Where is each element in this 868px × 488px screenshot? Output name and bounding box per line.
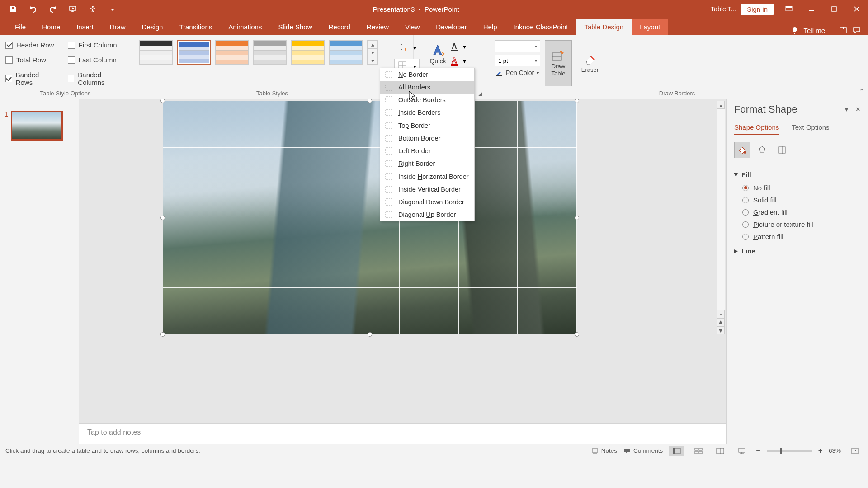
size-properties-icon[interactable]	[774, 142, 790, 158]
pen-weight-combo[interactable]: 1 pt▾	[495, 55, 540, 66]
tab-help[interactable]: Help	[475, 19, 505, 35]
close-pane-icon[interactable]: ✕	[855, 106, 861, 113]
fill-radio-option[interactable]: Picture or texture fill	[742, 221, 861, 228]
minimize-icon[interactable]	[800, 0, 823, 18]
fill-radio-option[interactable]: No fill	[742, 184, 861, 192]
style-swatch[interactable]	[139, 40, 173, 65]
slideshow-from-beginning-icon[interactable]	[65, 1, 80, 17]
menu-item-border[interactable]: No Border	[380, 68, 474, 81]
notes-pane[interactable]: Tap to add notes	[79, 423, 726, 444]
tab-developer[interactable]: Developer	[428, 19, 475, 35]
reading-view-icon[interactable]	[712, 446, 728, 456]
fill-radio-option[interactable]: Pattern fill	[742, 233, 861, 240]
fit-to-window-icon[interactable]	[847, 446, 863, 456]
effects-icon[interactable]	[754, 142, 770, 158]
comments-icon[interactable]	[852, 26, 861, 35]
tab-design[interactable]: Design	[134, 19, 171, 35]
tab-record[interactable]: Record	[320, 19, 358, 35]
tab-layout[interactable]: Layout	[632, 19, 668, 35]
menu-item-border[interactable]: All Borders	[380, 81, 474, 94]
selection-handle[interactable]	[575, 99, 579, 103]
zoom-slider[interactable]	[767, 450, 812, 452]
customize-qat-icon[interactable]	[105, 1, 120, 17]
pen-style-combo[interactable]: ▾	[495, 40, 540, 52]
tab-insert[interactable]: Insert	[68, 19, 102, 35]
comments-toggle-button[interactable]: Comments	[623, 447, 663, 454]
selected-table[interactable]	[163, 101, 577, 334]
maximize-icon[interactable]	[823, 0, 845, 18]
sign-in-button[interactable]: Sign in	[741, 4, 774, 15]
menu-item-border[interactable]: Right Border	[380, 157, 474, 170]
scroll-down-icon[interactable]: ▾	[717, 310, 725, 318]
collapse-ribbon-icon[interactable]: ⌃	[859, 88, 864, 95]
share-icon[interactable]	[839, 26, 848, 35]
style-swatch[interactable]	[253, 40, 287, 65]
save-icon[interactable]	[5, 1, 21, 17]
chk-first-column[interactable]: First Column	[68, 41, 125, 49]
scroll-up-icon[interactable]: ▴	[717, 101, 725, 109]
undo-icon[interactable]	[25, 1, 41, 17]
style-swatch[interactable]	[329, 40, 363, 65]
normal-view-icon[interactable]	[669, 446, 684, 456]
chk-banded-rows[interactable]: Banded Rows	[5, 71, 54, 86]
fill-radio-option[interactable]: Solid fill	[742, 196, 861, 204]
zoom-in-button[interactable]: +	[818, 447, 822, 455]
tab-text-options[interactable]: Text Options	[792, 123, 829, 135]
dialog-launcher-icon[interactable]: ◢	[478, 91, 482, 97]
fill-section-header[interactable]: ▾Fill	[734, 170, 861, 178]
table-styles-gallery[interactable]: ▴▾▾	[137, 38, 381, 66]
pane-options-icon[interactable]: ▾	[845, 106, 848, 113]
menu-item-border[interactable]: Inside Vertical Border	[380, 183, 474, 196]
selection-handle[interactable]	[160, 332, 165, 337]
zoom-out-button[interactable]: −	[756, 447, 760, 455]
tab-review[interactable]: Review	[359, 19, 397, 35]
menu-item-border[interactable]: Outside Borders	[380, 94, 474, 106]
selection-handle[interactable]	[368, 99, 372, 103]
selection-handle[interactable]	[160, 216, 165, 220]
quick-styles-button[interactable]: Quick	[430, 43, 446, 65]
pen-color-button[interactable]: Pen Color ▾	[495, 69, 540, 76]
selection-handle[interactable]	[160, 99, 165, 103]
style-swatch[interactable]	[215, 40, 249, 65]
line-section-header[interactable]: ▸Line	[734, 247, 861, 255]
chk-header-row[interactable]: Header Row	[5, 41, 54, 49]
ribbon-display-icon[interactable]	[778, 0, 800, 18]
tab-draw[interactable]: Draw	[102, 19, 134, 35]
slide-thumbnail[interactable]	[11, 111, 63, 141]
thumbnail-item[interactable]: 1	[5, 111, 74, 141]
tab-home[interactable]: Home	[34, 19, 68, 35]
menu-item-border[interactable]: Bottom Border	[380, 132, 474, 145]
chk-last-column[interactable]: Last Column	[68, 56, 125, 64]
menu-item-border[interactable]: Diagonal Down Border	[380, 196, 474, 208]
vertical-scrollbar[interactable]: ▴ ▾ ⯅ ⯆	[717, 101, 725, 334]
gallery-more-button[interactable]: ▴▾▾	[367, 40, 378, 65]
eraser-button[interactable]: Eraser	[576, 40, 604, 86]
text-fill-button[interactable]: A▾	[449, 40, 469, 53]
tab-file[interactable]: File	[7, 19, 34, 35]
selection-handle[interactable]	[575, 216, 579, 220]
prev-slide-icon[interactable]: ⯅	[717, 318, 725, 326]
draw-table-button[interactable]: Draw Table	[545, 40, 572, 86]
tab-table-design[interactable]: Table Design	[576, 19, 632, 35]
redo-icon[interactable]	[45, 1, 61, 17]
fill-line-icon[interactable]	[734, 142, 750, 158]
slide-sorter-view-icon[interactable]	[691, 446, 706, 456]
tab-view[interactable]: View	[397, 19, 428, 35]
zoom-level[interactable]: 63%	[829, 447, 841, 454]
tab-slideshow[interactable]: Slide Show	[270, 19, 320, 35]
style-swatch[interactable]	[291, 40, 325, 65]
menu-item-border[interactable]: Top Border	[380, 119, 474, 132]
tab-shape-options[interactable]: Shape Options	[734, 123, 779, 135]
menu-item-border[interactable]: Inside Horizontal Border	[380, 170, 474, 183]
selection-handle[interactable]	[575, 332, 579, 337]
accessibility-icon[interactable]	[85, 1, 100, 17]
menu-item-border[interactable]: Diagonal Up Border	[380, 208, 474, 221]
slide-thumbnails-panel[interactable]: 1	[0, 99, 79, 444]
notes-toggle-button[interactable]: Notes	[591, 447, 617, 454]
tab-animations[interactable]: Animations	[220, 19, 270, 35]
tab-transitions[interactable]: Transitions	[171, 19, 220, 35]
tab-classpoint[interactable]: Inknoe ClassPoint	[505, 19, 576, 35]
slideshow-view-icon[interactable]	[734, 446, 750, 456]
text-outline-button[interactable]: A▾	[449, 55, 469, 67]
menu-item-border[interactable]: Inside Borders	[380, 106, 474, 119]
